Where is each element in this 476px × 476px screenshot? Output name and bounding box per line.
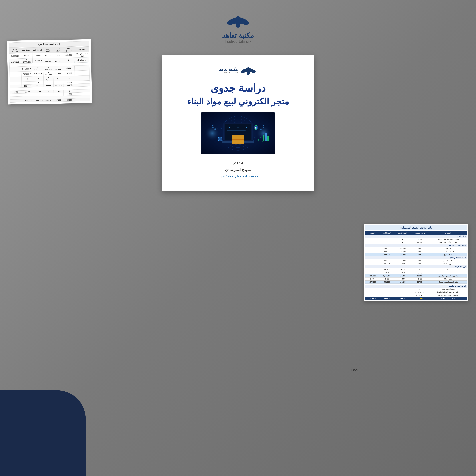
table-row: زكاة 0 -18,600 141,400: [365, 268, 467, 272]
svg-rect-35: [263, 135, 264, 141]
top-logo-arabic: مكتبة تعاهد: [222, 32, 254, 39]
svg-rect-24: [227, 129, 249, 129]
table-row: تكاليف التشغيل 000 176,200 176,200: [365, 259, 467, 262]
svg-point-22: [238, 127, 238, 128]
row-label: صافي الأرباح: [74, 57, 89, 63]
col-header-y2: السنة الثانية: [379, 231, 395, 235]
svg-rect-26: [227, 132, 248, 132]
table-row: التغير في رأس المال العامل 88,000 ▼: [365, 241, 467, 244]
table-section-header: الربح قبل الزكاة: [365, 265, 467, 268]
col-header-y4: السنة الرابعة: [21, 48, 32, 53]
doc-title-line1: دراسة جدوى: [173, 82, 303, 94]
doc-logo-arabic: مكتبة تعاهد: [219, 67, 238, 72]
svg-point-5: [236, 25, 240, 28]
doc-footer: 2024م نموذج استرشادي https://library.taa…: [173, 160, 303, 179]
top-logo-english: Taahod Library: [225, 39, 251, 43]
left-cash-flow-card: قائمة التدفقات النقدية السنوات ماقبل الت…: [7, 39, 92, 104]
col-header-y1: السنة الأولى: [53, 47, 63, 53]
table-row: القيمة المتبقية للأجهزة 0: [365, 288, 467, 291]
right-cash-flow-card: بيان التدفق النقدي الاستثماري السنوات ما…: [364, 224, 468, 301]
table-row: صافي ربح التشغيل بعد الضريبة -18,135 137…: [365, 274, 467, 277]
svg-point-3: [236, 16, 240, 20]
doc-logo-bird-icon: [240, 65, 257, 76]
table-row: المبيعات 000 340,000 680,000: [365, 247, 467, 250]
doc-website-link[interactable]: https://library.taahod.com.sa: [218, 174, 258, 178]
table-row: إضافة الإهلاك 2,400 2,400 2,400 2,400: [365, 277, 467, 281]
table-section-header: تكاليف التشغيل والإعلان: [365, 256, 467, 259]
table-row: يسمبره ▼ 3,535 ▼ 465: [365, 272, 467, 274]
table-section-header: التدفق النقدي نهاية السنة: [365, 285, 467, 288]
doc-year: 2024م: [173, 160, 303, 166]
main-document-card: مكتبة تعاهد Taahod Library دراسة جدوى مت…: [162, 55, 314, 191]
col-header-y5: السنة الخامسة: [9, 48, 21, 53]
table-row: [365, 284, 467, 285]
svg-rect-25: [227, 130, 246, 131]
top-logo-area: مكتبة تعاهد Taahod Library: [222, 11, 254, 43]
col-header-etc: الس...: [365, 231, 379, 235]
top-logo-bird-icon: [225, 11, 251, 31]
table-row: تكلفة البضاعة المباعة 000 180,000 360,00…: [365, 250, 467, 253]
table-row: مصروف الإهلاك 000 2,400 ▼ 2,400: [365, 262, 467, 265]
investment-cash-flow-table: السنوات ماقبل التشغيل السنة الأولى السنة…: [365, 231, 467, 300]
table-total-row: صافي التدفق النقدي 100,000- -15,735 140,…: [365, 297, 467, 300]
table-row: المباني، الأجهزة والمعدات، الثاث 12,000 …: [365, 238, 467, 241]
col-header-y3: السنة الثالثة: [32, 47, 43, 53]
svg-rect-36: [265, 133, 267, 141]
svg-point-23: [246, 127, 247, 128]
svg-text:⚙: ⚙: [219, 138, 221, 140]
svg-point-11: [247, 73, 250, 75]
col-header-years: السنوات: [429, 231, 467, 235]
doc-model: نموذج استرشادي: [173, 166, 303, 173]
col-header-y2: السنة الثانية: [43, 47, 53, 53]
svg-text:📊: 📊: [255, 127, 257, 129]
table-section-header: نفقات الاستثمار: [365, 235, 467, 238]
foo-label: Foo: [351, 368, 357, 372]
svg-point-9: [247, 67, 250, 70]
cash-flow-table: السنوات ماقبل التشغيل السنة الأولى السنة…: [9, 47, 90, 103]
table-row: العائد على نسبة رأس المال العامل ▼ 4,065…: [365, 291, 467, 294]
background-blue-shape: [0, 390, 86, 476]
table-row: إجمالي الربح 000 160,000 320,000: [365, 253, 467, 256]
col-header-y1: السنة الأولى: [395, 231, 411, 235]
svg-point-21: [229, 127, 230, 128]
doc-title-line2: متجر الكتروني لبيع مواد البناء: [173, 96, 303, 107]
table-section-header: التدفق المالي من التشغيل: [365, 244, 467, 247]
col-header-pre: ماقبل التشغيل: [63, 47, 74, 52]
svg-rect-37: [267, 136, 269, 141]
right-table-title: بيان التدفق النقدي الاستثماري: [365, 225, 467, 230]
row-label: النقدية في بداية العام: [74, 52, 89, 58]
doc-image: ⚙ 📊: [201, 112, 275, 154]
col-header-label: السنوات: [74, 47, 89, 52]
table-row: مجموع التدفقات النقدية للسنة 4,065,325: [365, 294, 467, 297]
doc-logo-area: مكتبة تعاهد Taahod Library: [173, 65, 303, 76]
doc-logo-english: Taahod Library: [219, 72, 238, 74]
table-row: صافي التدفق النقدي التشغيلي -15,735 140,…: [365, 281, 467, 284]
col-header-pre: ماقبل التشغيل: [411, 231, 429, 235]
